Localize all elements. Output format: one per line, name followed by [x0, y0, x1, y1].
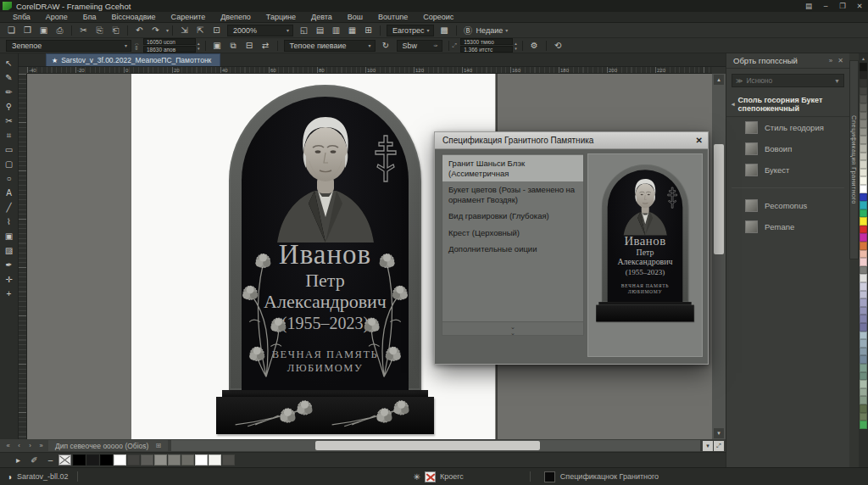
document-palette-swatch[interactable]: [154, 454, 167, 465]
menu-item[interactable]: Вош: [340, 13, 370, 21]
polyline-tool[interactable]: ⌇: [2, 215, 17, 229]
rotate-button[interactable]: ↻: [379, 39, 393, 52]
palette-swatch[interactable]: [860, 95, 867, 103]
palette-swatch[interactable]: [860, 226, 867, 234]
new-document-button[interactable]: ❏: [4, 24, 19, 36]
palette-swatch[interactable]: [860, 372, 867, 381]
prev-page-button[interactable]: ‹: [14, 440, 25, 451]
palette-swatch[interactable]: [860, 217, 867, 226]
next-page-button[interactable]: ›: [25, 440, 36, 451]
docker-list-item[interactable]: Букест: [726, 159, 849, 181]
add-page-icon[interactable]: ⊞: [155, 442, 161, 449]
palette-swatch[interactable]: [860, 193, 867, 202]
fullscreen-preview-button[interactable]: ◱: [297, 24, 311, 36]
undo-button[interactable]: ↶: [132, 24, 147, 36]
filter-icon[interactable]: ▼: [834, 78, 840, 84]
docker-vertical-tab[interactable]: Спецификация Гранитного: [849, 60, 859, 259]
palette-swatch[interactable]: [860, 242, 867, 250]
docker-list-item[interactable]: Вовоип: [726, 138, 849, 159]
palette-swatch[interactable]: [860, 421, 867, 429]
palette-swatch[interactable]: [860, 112, 867, 120]
palette-swatch[interactable]: [860, 185, 867, 193]
menu-item[interactable]: Бпа: [75, 13, 104, 21]
view-enhanced-button[interactable]: ▦: [345, 24, 359, 36]
palette-swatch[interactable]: [860, 355, 867, 364]
palette-swatch[interactable]: [860, 307, 867, 315]
outline-width-combo[interactable]: Sbw ✑: [397, 40, 442, 52]
spec-list-item[interactable]: Гранит Шаньси Блэк (Ассиметричная: [442, 155, 583, 181]
order-objects-button[interactable]: ⇄: [259, 39, 273, 52]
palette-swatch[interactable]: [860, 128, 867, 137]
frame-tool[interactable]: ▣: [2, 229, 17, 243]
palette-swatch[interactable]: [860, 282, 867, 291]
document-palette-swatch[interactable]: [100, 454, 113, 465]
scroll-down-arrow[interactable]: ▾: [714, 428, 724, 438]
import-button[interactable]: ⇲: [177, 24, 192, 36]
palette-swatch[interactable]: [860, 274, 867, 282]
docker-tree-header[interactable]: ◂ Споль госорния Букет спепонженчный: [726, 92, 849, 117]
palette-swatch[interactable]: [860, 266, 867, 275]
open-button[interactable]: ❐: [20, 24, 35, 36]
first-page-button[interactable]: «: [3, 440, 14, 451]
menu-item[interactable]: Тарцине: [259, 13, 303, 21]
document-palette-swatch[interactable]: [222, 454, 235, 465]
size-height-field[interactable]: 1.366 итстс: [460, 46, 513, 53]
palette-swatch[interactable]: [860, 169, 867, 177]
palette-swatch[interactable]: [860, 364, 867, 372]
page-sorter-button[interactable]: ⊞: [361, 24, 376, 36]
horizontal-ruler[interactable]: -40-20020406080100120140160180200220: [27, 67, 712, 74]
scroll-up-arrow[interactable]: ▴: [714, 75, 724, 85]
palette-swatch[interactable]: [860, 323, 867, 332]
rounded-rectangle-tool[interactable]: ▢: [2, 157, 17, 171]
spec-list-item[interactable]: Вид гравировки (Глубокая): [442, 208, 583, 225]
size-spinner[interactable]: ▴▾: [515, 41, 517, 51]
fill-mode-button[interactable]: ▣: [210, 39, 225, 52]
palette-swatch[interactable]: [860, 388, 867, 397]
docker-list-item[interactable]: Стиль геодория: [726, 117, 849, 138]
horizontal-scrollbar[interactable]: [171, 440, 700, 451]
vertical-ruler[interactable]: [19, 74, 27, 439]
document-palette-swatch[interactable]: [127, 454, 140, 465]
pan-tools-button[interactable]: ⤢: [714, 441, 724, 451]
horizontal-scroll-thumb[interactable]: [315, 441, 540, 450]
vertical-scrollbar[interactable]: ▴ ▾: [712, 74, 726, 439]
preset-combo[interactable]: Зепепое ▾: [6, 40, 131, 52]
document-palette-swatch[interactable]: [209, 454, 221, 465]
document-palette-swatch[interactable]: [195, 454, 208, 465]
group-objects-button[interactable]: ⊟: [242, 39, 257, 52]
no-color-swatch[interactable]: [58, 454, 71, 465]
palette-swatch[interactable]: [860, 63, 867, 71]
ellipse-tool[interactable]: ○: [2, 171, 17, 186]
eyedropper-icon[interactable]: ✐: [27, 454, 42, 466]
palette-swatch[interactable]: [860, 380, 867, 388]
palette-swatch[interactable]: [860, 315, 867, 323]
monument-design[interactable]: Иванов Петр Александрович (1955–2023) ВЕ…: [216, 85, 434, 434]
print-button[interactable]: ⎙: [53, 24, 67, 36]
document-palette-swatch[interactable]: [86, 454, 99, 465]
document-tab[interactable]: ★ Sarstov_v_3f.00.2022_МеапоеПС_Памоттон…: [46, 53, 220, 66]
copy-button[interactable]: ⎘: [92, 24, 107, 36]
save-button[interactable]: ▣: [36, 24, 51, 36]
palette-swatch[interactable]: [860, 160, 867, 169]
size-width-field[interactable]: 15300 тмюо: [460, 38, 513, 45]
palette-swatch[interactable]: [860, 79, 867, 87]
crop-tool[interactable]: ⌗: [2, 128, 17, 142]
search-input[interactable]: [746, 76, 834, 85]
view-normal-button[interactable]: ▥: [329, 24, 343, 36]
palette-combo[interactable]: Еаготрес ▾: [387, 25, 434, 36]
palette-swatch[interactable]: [860, 396, 867, 404]
smudge-tool[interactable]: ✏: [2, 85, 17, 99]
minimize-button[interactable]: –: [817, 2, 834, 10]
zoom-tool[interactable]: ⚲: [2, 99, 17, 114]
palette-swatch[interactable]: [860, 87, 867, 96]
document-palette-swatch[interactable]: [168, 454, 181, 465]
docker-close-button[interactable]: ✕: [835, 57, 846, 64]
palette-swatch[interactable]: [860, 250, 867, 259]
image-tool[interactable]: ▨: [2, 243, 17, 258]
docker-list-item[interactable]: Pemane: [726, 216, 849, 237]
vertical-scroll-thumb[interactable]: [714, 144, 724, 254]
palette-swatch[interactable]: [860, 332, 867, 340]
menu-item[interactable]: Девта: [303, 13, 340, 21]
knife-tool[interactable]: ✂: [2, 114, 17, 128]
docker-search[interactable]: ≫ ▼: [732, 74, 844, 87]
